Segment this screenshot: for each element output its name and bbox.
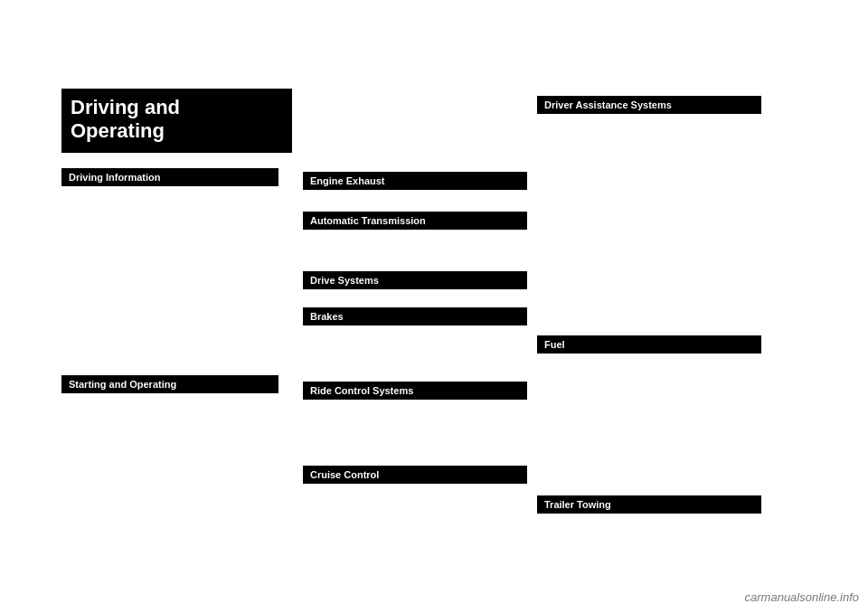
engine-exhaust-label: Engine Exhaust	[303, 172, 527, 190]
automatic-transmission-section: Automatic Transmission	[303, 212, 527, 230]
driver-assistance-label: Driver Assistance Systems	[537, 96, 761, 114]
starting-operating-label: Starting and Operating	[61, 375, 278, 393]
driving-information-section: Driving Information	[61, 168, 278, 186]
brakes-section: Brakes	[303, 307, 527, 325]
ride-control-section: Ride Control Systems	[303, 382, 527, 400]
trailer-towing-label: Trailer Towing	[537, 495, 761, 514]
cruise-control-label: Cruise Control	[303, 466, 527, 484]
engine-exhaust-section: Engine Exhaust	[303, 172, 527, 190]
watermark: carmanualsonline.info	[745, 590, 859, 604]
cruise-control-section: Cruise Control	[303, 466, 527, 484]
page-container: Driving and Operating Driving Informatio…	[0, 0, 868, 613]
automatic-transmission-label: Automatic Transmission	[303, 212, 527, 230]
driver-assistance-section: Driver Assistance Systems	[537, 96, 761, 114]
title-block: Driving and Operating	[61, 89, 292, 153]
ride-control-label: Ride Control Systems	[303, 382, 527, 400]
driving-information-label: Driving Information	[61, 168, 278, 186]
trailer-towing-section: Trailer Towing	[537, 495, 761, 514]
starting-operating-section: Starting and Operating	[61, 375, 278, 393]
brakes-label: Brakes	[303, 307, 527, 325]
fuel-label: Fuel	[537, 335, 761, 354]
page-title: Driving and Operating	[71, 96, 283, 144]
fuel-section: Fuel	[537, 335, 761, 354]
drive-systems-label: Drive Systems	[303, 271, 527, 289]
drive-systems-section: Drive Systems	[303, 271, 527, 289]
